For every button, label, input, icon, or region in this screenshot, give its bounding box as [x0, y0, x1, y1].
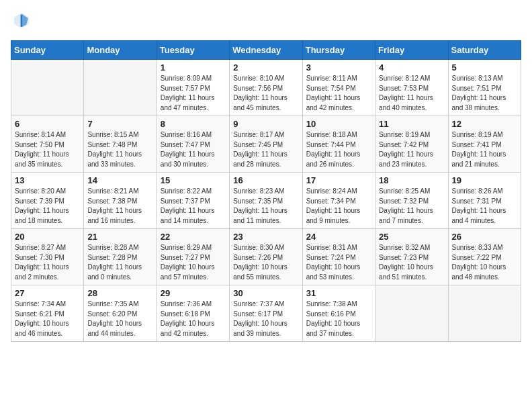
day-info: Sunrise: 8:21 AM Sunset: 7:38 PM Dayligh… — [87, 187, 152, 226]
day-number: 9 — [233, 119, 298, 129]
calendar-cell: 13Sunrise: 8:20 AM Sunset: 7:39 PM Dayli… — [11, 173, 84, 229]
calendar-cell: 1Sunrise: 8:09 AM Sunset: 7:57 PM Daylig… — [157, 60, 229, 116]
day-info: Sunrise: 7:36 AM Sunset: 6:18 PM Dayligh… — [161, 300, 226, 338]
calendar-cell: 16Sunrise: 8:23 AM Sunset: 7:35 PM Dayli… — [230, 173, 302, 229]
day-number: 8 — [161, 119, 226, 129]
day-number: 27 — [15, 288, 80, 298]
day-number: 2 — [233, 62, 298, 73]
day-info: Sunrise: 7:35 AM Sunset: 6:20 PM Dayligh… — [87, 300, 152, 338]
calendar-cell: 12Sunrise: 8:19 AM Sunset: 7:41 PM Dayli… — [448, 116, 521, 173]
day-number: 28 — [87, 288, 152, 298]
calendar-cell: 21Sunrise: 8:28 AM Sunset: 7:28 PM Dayli… — [84, 229, 157, 285]
day-info: Sunrise: 8:33 AM Sunset: 7:22 PM Dayligh… — [452, 243, 517, 282]
calendar-cell — [375, 285, 448, 342]
day-info: Sunrise: 7:37 AM Sunset: 6:17 PM Dayligh… — [233, 300, 298, 338]
day-info: Sunrise: 8:25 AM Sunset: 7:32 PM Dayligh… — [379, 187, 444, 226]
calendar-cell: 31Sunrise: 7:38 AM Sunset: 6:16 PM Dayli… — [302, 285, 375, 342]
calendar-week-row: 6Sunrise: 8:14 AM Sunset: 7:50 PM Daylig… — [11, 116, 521, 173]
day-number: 16 — [233, 175, 298, 185]
calendar-cell: 22Sunrise: 8:29 AM Sunset: 7:27 PM Dayli… — [157, 229, 229, 285]
day-number: 18 — [379, 175, 444, 185]
calendar-cell: 10Sunrise: 8:18 AM Sunset: 7:44 PM Dayli… — [302, 116, 375, 173]
calendar-week-row: 20Sunrise: 8:27 AM Sunset: 7:30 PM Dayli… — [11, 229, 521, 285]
day-number: 3 — [306, 62, 371, 73]
svg-marker-2 — [21, 15, 23, 27]
day-info: Sunrise: 8:18 AM Sunset: 7:44 PM Dayligh… — [306, 130, 371, 169]
calendar-cell: 28Sunrise: 7:35 AM Sunset: 6:20 PM Dayli… — [84, 285, 157, 342]
day-info: Sunrise: 8:12 AM Sunset: 7:53 PM Dayligh… — [379, 74, 444, 113]
day-info: Sunrise: 8:20 AM Sunset: 7:39 PM Dayligh… — [15, 187, 80, 226]
day-number: 13 — [15, 175, 80, 185]
calendar-cell — [11, 60, 84, 116]
day-info: Sunrise: 7:38 AM Sunset: 6:16 PM Dayligh… — [306, 300, 371, 338]
calendar-cell: 23Sunrise: 8:30 AM Sunset: 7:26 PM Dayli… — [230, 229, 302, 285]
weekday-header: Wednesday — [230, 41, 302, 60]
calendar-cell: 7Sunrise: 8:15 AM Sunset: 7:48 PM Daylig… — [84, 116, 157, 173]
day-number: 31 — [306, 288, 371, 298]
calendar-cell: 14Sunrise: 8:21 AM Sunset: 7:38 PM Dayli… — [84, 173, 157, 229]
day-number: 21 — [87, 232, 152, 242]
logo — [11, 11, 32, 32]
calendar-cell: 26Sunrise: 8:33 AM Sunset: 7:22 PM Dayli… — [448, 229, 521, 285]
day-info: Sunrise: 8:24 AM Sunset: 7:34 PM Dayligh… — [306, 187, 371, 226]
weekday-header: Thursday — [302, 41, 375, 60]
day-info: Sunrise: 8:13 AM Sunset: 7:51 PM Dayligh… — [452, 74, 517, 113]
calendar-cell: 8Sunrise: 8:16 AM Sunset: 7:47 PM Daylig… — [157, 116, 229, 173]
header — [11, 11, 521, 32]
day-info: Sunrise: 8:28 AM Sunset: 7:28 PM Dayligh… — [87, 243, 152, 282]
calendar-cell: 30Sunrise: 7:37 AM Sunset: 6:17 PM Dayli… — [230, 285, 302, 342]
day-number: 10 — [306, 119, 371, 129]
calendar-cell: 15Sunrise: 8:22 AM Sunset: 7:37 PM Dayli… — [157, 173, 229, 229]
calendar-cell: 18Sunrise: 8:25 AM Sunset: 7:32 PM Dayli… — [375, 173, 448, 229]
day-number: 25 — [379, 232, 444, 242]
calendar-cell: 11Sunrise: 8:19 AM Sunset: 7:42 PM Dayli… — [375, 116, 448, 173]
logo-icon — [12, 11, 31, 30]
day-number: 23 — [233, 232, 298, 242]
day-info: Sunrise: 8:11 AM Sunset: 7:54 PM Dayligh… — [306, 74, 371, 113]
day-info: Sunrise: 8:32 AM Sunset: 7:23 PM Dayligh… — [379, 243, 444, 282]
day-number: 11 — [379, 119, 444, 129]
day-number: 30 — [233, 288, 298, 298]
day-info: Sunrise: 8:15 AM Sunset: 7:48 PM Dayligh… — [87, 130, 152, 169]
day-info: Sunrise: 8:29 AM Sunset: 7:27 PM Dayligh… — [161, 243, 226, 282]
calendar-cell: 17Sunrise: 8:24 AM Sunset: 7:34 PM Dayli… — [302, 173, 375, 229]
day-info: Sunrise: 7:34 AM Sunset: 6:21 PM Dayligh… — [15, 300, 80, 338]
day-number: 20 — [15, 232, 80, 242]
calendar-cell — [84, 60, 157, 116]
day-number: 26 — [452, 232, 517, 242]
day-number: 1 — [161, 62, 226, 73]
day-number: 17 — [306, 175, 371, 185]
day-info: Sunrise: 8:22 AM Sunset: 7:37 PM Dayligh… — [161, 187, 226, 226]
day-info: Sunrise: 8:10 AM Sunset: 7:56 PM Dayligh… — [233, 74, 298, 113]
day-number: 6 — [15, 119, 80, 129]
day-number: 7 — [87, 119, 152, 129]
weekday-header: Sunday — [11, 41, 84, 60]
day-number: 22 — [161, 232, 226, 242]
day-info: Sunrise: 8:30 AM Sunset: 7:26 PM Dayligh… — [233, 243, 298, 282]
day-info: Sunrise: 8:23 AM Sunset: 7:35 PM Dayligh… — [233, 187, 298, 226]
calendar-week-row: 13Sunrise: 8:20 AM Sunset: 7:39 PM Dayli… — [11, 173, 521, 229]
calendar-cell: 19Sunrise: 8:26 AM Sunset: 7:31 PM Dayli… — [448, 173, 521, 229]
calendar-cell: 2Sunrise: 8:10 AM Sunset: 7:56 PM Daylig… — [230, 60, 302, 116]
day-info: Sunrise: 8:16 AM Sunset: 7:47 PM Dayligh… — [161, 130, 226, 169]
day-info: Sunrise: 8:17 AM Sunset: 7:45 PM Dayligh… — [233, 130, 298, 169]
day-number: 4 — [379, 62, 444, 73]
calendar-table: SundayMondayTuesdayWednesdayThursdayFrid… — [11, 40, 521, 342]
day-number: 19 — [452, 175, 517, 185]
day-info: Sunrise: 8:14 AM Sunset: 7:50 PM Dayligh… — [15, 130, 80, 169]
calendar-week-row: 1Sunrise: 8:09 AM Sunset: 7:57 PM Daylig… — [11, 60, 521, 116]
weekday-header: Monday — [84, 41, 157, 60]
day-info: Sunrise: 8:19 AM Sunset: 7:41 PM Dayligh… — [452, 130, 517, 169]
calendar-cell: 20Sunrise: 8:27 AM Sunset: 7:30 PM Dayli… — [11, 229, 84, 285]
day-info: Sunrise: 8:27 AM Sunset: 7:30 PM Dayligh… — [15, 243, 80, 282]
day-number: 15 — [161, 175, 226, 185]
weekday-header: Tuesday — [157, 41, 229, 60]
weekday-header: Friday — [375, 41, 448, 60]
calendar-cell: 5Sunrise: 8:13 AM Sunset: 7:51 PM Daylig… — [448, 60, 521, 116]
day-info: Sunrise: 8:31 AM Sunset: 7:24 PM Dayligh… — [306, 243, 371, 282]
calendar-week-row: 27Sunrise: 7:34 AM Sunset: 6:21 PM Dayli… — [11, 285, 521, 342]
calendar-cell: 4Sunrise: 8:12 AM Sunset: 7:53 PM Daylig… — [375, 60, 448, 116]
weekday-header: Saturday — [448, 41, 521, 60]
calendar-cell: 29Sunrise: 7:36 AM Sunset: 6:18 PM Dayli… — [157, 285, 229, 342]
day-info: Sunrise: 8:09 AM Sunset: 7:57 PM Dayligh… — [161, 74, 226, 113]
